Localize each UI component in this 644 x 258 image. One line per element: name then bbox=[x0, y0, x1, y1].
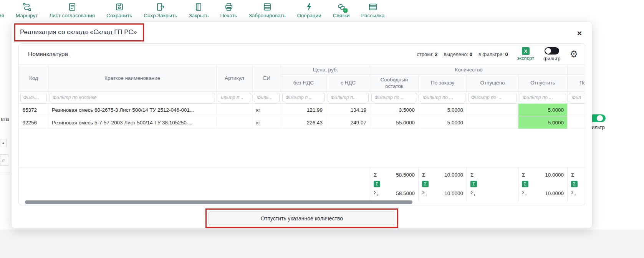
cell-name: Резиновая смесь 60-2675-3 Лист 500/14 ТУ… bbox=[48, 104, 217, 116]
column-header-by-order[interactable]: По заказу bbox=[419, 75, 467, 92]
gear-icon[interactable]: ⚙ bbox=[570, 50, 578, 59]
summary-row: Σ58.5000 Σ Σт58.5000 Σ10.0000 Σ Σт10.000… bbox=[19, 167, 586, 201]
release-quantity-button[interactable]: Отпустить указанное количество bbox=[209, 212, 395, 225]
table-row[interactable]: 65372 Резиновая смесь 60-2675-3 Лист 500… bbox=[19, 104, 586, 116]
toolbar-item-mailing[interactable]: Рассылка bbox=[361, 2, 384, 18]
nomenclature-table: Код Краткое наименование Артикул ЕИ Цена… bbox=[19, 64, 585, 201]
filter-toggle-label: фильтр bbox=[543, 56, 560, 61]
toolbar-item-attachments[interactable]: жения bbox=[0, 2, 4, 18]
toolbar-item-label: Забронировать bbox=[249, 13, 286, 18]
toolbar-item-label: Операции bbox=[297, 13, 321, 18]
column-header-released[interactable]: Отпущено bbox=[467, 75, 518, 92]
sigma-button[interactable]: Σ bbox=[422, 181, 429, 187]
close-doc-icon bbox=[194, 2, 204, 12]
stat-filtered-label: в фильтре: bbox=[478, 51, 504, 57]
stat-selected-value: 0 bbox=[470, 51, 472, 57]
cell-to-release-editable[interactable]: 5.0000 bbox=[518, 116, 568, 129]
column-header-price-vat[interactable]: с НДС bbox=[326, 75, 370, 92]
toolbar-item-operations[interactable]: Операции bbox=[297, 2, 321, 18]
table-stats: строки: 2 выделено: 0 в фильтре: 0 bbox=[417, 51, 508, 57]
column-header-unit[interactable]: ЕИ bbox=[253, 65, 281, 92]
sigma-icon: Σ bbox=[374, 172, 377, 178]
filter-input-by-order[interactable] bbox=[420, 93, 465, 102]
column-header-code[interactable]: Код bbox=[19, 65, 48, 92]
sigma-icon: Σ bbox=[422, 172, 425, 178]
toolbar-item-label: Сохр.Закрыть bbox=[144, 13, 177, 18]
cell-price-no-vat: 226.43 bbox=[281, 116, 326, 129]
filter-input-cut[interactable] bbox=[569, 93, 585, 102]
stat-rows-label: строки: bbox=[417, 51, 433, 57]
cell-cut bbox=[568, 104, 585, 116]
filter-input-price-no-vat[interactable] bbox=[282, 93, 325, 102]
filter-input-name[interactable] bbox=[50, 93, 215, 102]
summary-sum: 10.0000 bbox=[545, 172, 564, 178]
toolbar-item-print[interactable]: Печать bbox=[220, 2, 237, 18]
toolbar-item-close[interactable]: Закрыть bbox=[189, 2, 209, 18]
column-header-price-no-vat[interactable]: без НДС bbox=[281, 75, 326, 92]
cell-code: 65372 bbox=[19, 104, 48, 116]
filter-input-code[interactable] bbox=[20, 93, 47, 102]
toolbar-item-approval-sheet[interactable]: Лист согласования bbox=[49, 2, 95, 18]
summary-sum-total: 10.0000 bbox=[545, 190, 564, 196]
stat-selected-label: выделено: bbox=[444, 51, 468, 57]
cell-released bbox=[467, 116, 518, 129]
cell-to-release-editable[interactable]: 5.0000 bbox=[518, 104, 568, 116]
group-header-price: Цена, руб. bbox=[281, 65, 370, 75]
toolbar-item-label: Сохранить bbox=[106, 13, 132, 18]
background-row-line bbox=[0, 172, 10, 172]
sigma-button[interactable]: Σ bbox=[374, 181, 380, 187]
summary-sum-total: 10.0000 bbox=[444, 190, 463, 196]
filter-input-article[interactable] bbox=[218, 93, 251, 102]
toolbar-item-label: жения bbox=[0, 13, 4, 18]
summary-free-stock: Σ58.5000 Σ Σт58.5000 bbox=[370, 167, 419, 201]
collapse-caret-icon[interactable]: ▲ bbox=[0, 139, 7, 147]
stat-filtered-value: 0 bbox=[505, 51, 508, 57]
button-annotation-box: Отпустить указанное количество bbox=[205, 208, 398, 228]
column-header-to-release[interactable]: Отпустить bbox=[518, 75, 568, 92]
operations-icon bbox=[304, 2, 314, 12]
filter-input-price-vat[interactable] bbox=[328, 93, 369, 102]
summary-by-order: Σ10.0000 Σ Σт10.0000 bbox=[419, 167, 467, 201]
cell-article bbox=[217, 116, 253, 129]
toolbar-item-save-close[interactable]: Сохр.Закрыть bbox=[144, 2, 177, 18]
toolbar-item-reserve[interactable]: Забронировать bbox=[249, 2, 286, 18]
sigma-total-icon: Σт bbox=[470, 190, 475, 197]
scrollbar-thumb[interactable] bbox=[25, 200, 412, 204]
filter-input-unit[interactable] bbox=[254, 93, 280, 102]
export-button[interactable]: X экспорт bbox=[517, 47, 534, 61]
title-annotation-box: Реализация со склада «Склад ГП РС» bbox=[14, 23, 144, 41]
sigma-button[interactable]: Σ bbox=[571, 181, 578, 187]
cell-cut bbox=[568, 116, 585, 129]
filter-input-free-stock[interactable] bbox=[371, 93, 417, 102]
save-icon bbox=[114, 2, 124, 12]
approval-sheet-icon bbox=[67, 2, 77, 12]
cell-price-vat: 249.07 bbox=[326, 116, 370, 129]
sigma-button[interactable]: Σ bbox=[470, 181, 477, 187]
group-header-quantity: Количество bbox=[370, 65, 568, 75]
toolbar-item-links[interactable]: ✓ Связки bbox=[333, 2, 350, 18]
toolbar-item-label: Закрыть bbox=[189, 13, 209, 18]
summary-sum-total: 58.5000 bbox=[396, 190, 415, 196]
filter-input-to-release[interactable] bbox=[520, 93, 566, 102]
links-status-badge: ✓ bbox=[343, 8, 348, 13]
print-icon bbox=[224, 2, 234, 12]
background-filter-input-fragment[interactable]: л bbox=[0, 154, 9, 166]
column-header-article[interactable]: Артикул bbox=[217, 65, 253, 92]
column-header-free-stock[interactable]: Свободный остаток bbox=[370, 75, 419, 92]
cell-free-stock: 3.5000 bbox=[370, 104, 419, 116]
realization-modal: Реализация со склада «Склад ГП РС» ✕ Ном… bbox=[12, 22, 592, 228]
close-icon[interactable]: ✕ bbox=[577, 30, 582, 38]
stat-rows-value: 2 bbox=[435, 51, 437, 57]
summary-sum: 10.0000 bbox=[444, 172, 463, 178]
column-header-cut[interactable]: По bbox=[568, 75, 585, 92]
filter-toggle-track[interactable] bbox=[545, 47, 559, 55]
toolbar-item-route[interactable]: Маршрут bbox=[16, 2, 38, 18]
filter-toggle[interactable]: фильтр bbox=[543, 47, 560, 61]
toolbar-item-save[interactable]: Сохранить bbox=[106, 2, 132, 18]
horizontal-scrollbar[interactable] bbox=[21, 200, 583, 204]
filter-input-released[interactable] bbox=[468, 93, 517, 102]
cell-code: 92256 bbox=[19, 116, 48, 129]
sigma-button[interactable]: Σ bbox=[522, 181, 528, 187]
column-header-name[interactable]: Краткое наименование bbox=[48, 65, 217, 92]
table-row[interactable]: 92256 Резиновая смесь 5-7-57-2003 Лист 5… bbox=[19, 116, 586, 129]
